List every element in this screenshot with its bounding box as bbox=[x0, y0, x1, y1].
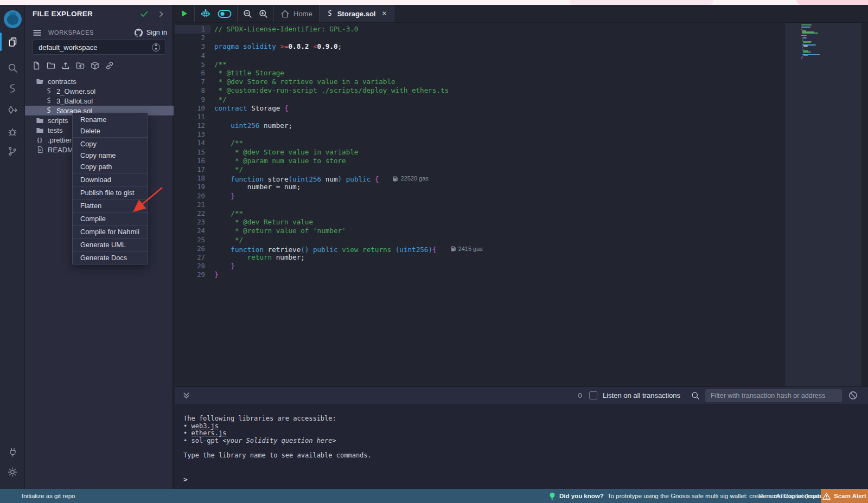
run-script-button[interactable] bbox=[180, 9, 189, 18]
menu-item-rename[interactable]: Rename bbox=[73, 114, 148, 125]
hamburger-menu-icon[interactable] bbox=[33, 28, 42, 37]
menu-item-download[interactable]: Download bbox=[73, 174, 148, 185]
menu-item-generate-docs[interactable]: Generate Docs bbox=[73, 252, 148, 263]
rail-settings-icon[interactable] bbox=[0, 462, 25, 482]
terminal-line: Type the library name to see available c… bbox=[183, 452, 372, 460]
tree-item-label: tests bbox=[48, 126, 62, 134]
scam-alert-button[interactable]: Scam Alert bbox=[821, 489, 868, 503]
minimap[interactable] bbox=[801, 24, 827, 59]
tree-item-3-ballot-sol[interactable]: 3_Ballot.sol bbox=[25, 96, 174, 106]
rail-deploy-run-icon[interactable] bbox=[0, 100, 25, 120]
code-line-8: 8 * @custom:dev-run-script ./scripts/dep… bbox=[175, 86, 785, 95]
remix-ide-window: FILE EXPLORER WORKSPACES Sign in default… bbox=[0, 0, 868, 503]
menu-item-copy-path[interactable]: Copy path bbox=[73, 161, 148, 172]
code-line-21: 21 bbox=[175, 201, 785, 209]
ai-copilot-robot-icon[interactable] bbox=[200, 9, 211, 18]
code-area[interactable]: 1// SPDX-License-Identifier: GPL-3.023pr… bbox=[175, 23, 785, 386]
minimap-line bbox=[803, 51, 811, 53]
menu-item-compile[interactable]: Compile bbox=[73, 213, 148, 224]
rail-plugin-manager-icon[interactable] bbox=[0, 442, 25, 462]
minimap-line bbox=[803, 42, 811, 43]
library-link[interactable]: web3.js bbox=[191, 422, 219, 430]
chevron-right-icon[interactable] bbox=[157, 10, 165, 18]
code-line-9: 9 */ bbox=[175, 95, 785, 104]
icon-rail bbox=[0, 5, 25, 489]
tab-storage-sol[interactable]: Storage.sol ✕ bbox=[320, 5, 394, 22]
menu-item-copy[interactable]: Copy bbox=[73, 138, 148, 150]
braces-icon: {} bbox=[36, 136, 44, 144]
panel-title: FILE EXPLORER bbox=[33, 10, 93, 18]
tree-item-2-owner-sol[interactable]: 2_Owner.sol bbox=[25, 86, 174, 96]
zoom-in-button[interactable] bbox=[259, 9, 268, 18]
code-line-15: 15 * @dev Store value in variable bbox=[175, 148, 785, 157]
terminal-collapse-icon[interactable] bbox=[182, 391, 190, 399]
code-line-1: 1// SPDX-License-Identifier: GPL-3.0 bbox=[175, 25, 785, 34]
close-tab-icon[interactable]: ✕ bbox=[381, 10, 387, 17]
code-line-2: 2 bbox=[175, 34, 785, 42]
code-line-5: 5/** bbox=[175, 60, 785, 69]
menu-item-publish-file-to-gist[interactable]: Publish file to gist bbox=[73, 187, 148, 198]
line-number: 20 bbox=[175, 192, 205, 201]
sign-in-button[interactable]: Sign in bbox=[134, 28, 167, 37]
line-number: 2 bbox=[175, 34, 205, 42]
code-line-4: 4 bbox=[175, 51, 785, 60]
rail-debugger-icon[interactable] bbox=[0, 121, 25, 142]
rail-git-icon[interactable] bbox=[0, 141, 25, 162]
menu-item-copy-name[interactable]: Copy name bbox=[73, 150, 148, 161]
code-line-7: 7 * @dev Store & retrieve value in a var… bbox=[175, 78, 785, 86]
terminal-line: The following libraries are accessible: bbox=[183, 415, 372, 423]
listen-transactions-checkbox[interactable] bbox=[589, 391, 597, 399]
tree-item-contracts[interactable]: contracts bbox=[25, 76, 174, 86]
line-number: 11 bbox=[175, 113, 205, 121]
line-number: 7 bbox=[175, 78, 205, 86]
code-line-11: 11 bbox=[175, 113, 785, 121]
line-number: 27 bbox=[175, 253, 205, 262]
menu-item-compile-for-nahmii[interactable]: Compile for Nahmii bbox=[73, 226, 148, 237]
upload-folder-icon[interactable] bbox=[75, 61, 85, 70]
code-line-28: 28 } bbox=[175, 262, 785, 270]
line-number: 15 bbox=[175, 148, 205, 157]
upload-file-icon[interactable] bbox=[61, 61, 70, 70]
menu-divider bbox=[73, 186, 148, 186]
explorer-toolbar bbox=[31, 61, 114, 70]
line-number: 17 bbox=[175, 165, 205, 174]
terminal-prompt[interactable]: > bbox=[183, 475, 188, 483]
menu-item-generate-uml[interactable]: Generate UML bbox=[73, 239, 148, 250]
library-link[interactable]: ethers.js bbox=[191, 429, 226, 437]
terminal-output: The following libraries are accessible:•… bbox=[175, 404, 868, 489]
link-icon[interactable] bbox=[105, 61, 114, 70]
line-number: 26 bbox=[175, 244, 205, 253]
check-icon bbox=[140, 10, 149, 18]
folder-icon bbox=[36, 117, 44, 125]
new-folder-icon[interactable] bbox=[46, 61, 55, 70]
code-line-18: 18 function store(uint256 num) public {2… bbox=[175, 174, 785, 183]
terminal-search-icon[interactable] bbox=[691, 391, 700, 400]
status-bar: Initialize as git repo Did you know? To … bbox=[0, 489, 868, 503]
line-number: 5 bbox=[175, 60, 205, 69]
code-line-13: 13 bbox=[175, 130, 785, 139]
zoom-out-button[interactable] bbox=[243, 9, 252, 18]
line-number: 14 bbox=[175, 139, 205, 147]
menu-item-flatten[interactable]: Flatten bbox=[73, 200, 148, 211]
line-number: 16 bbox=[175, 157, 205, 165]
workspaces-label: WORKSPACES bbox=[48, 29, 94, 36]
select-caret-icon: ▲▼ bbox=[152, 43, 160, 51]
line-number: 12 bbox=[175, 121, 205, 130]
menu-divider bbox=[73, 225, 148, 225]
copilot-toggle[interactable] bbox=[218, 9, 232, 18]
menu-item-delete[interactable]: Delete bbox=[73, 125, 148, 137]
minimap-zone[interactable] bbox=[785, 23, 861, 386]
clear-console-icon[interactable] bbox=[848, 391, 858, 400]
workspace-select[interactable]: default_workspace ▲▼ bbox=[33, 40, 166, 55]
tab-home[interactable]: Home bbox=[274, 5, 320, 22]
workspace-cube-icon[interactable] bbox=[90, 61, 99, 70]
init-git-repo-button[interactable]: Initialize as git repo bbox=[22, 493, 75, 499]
new-file-icon[interactable] bbox=[31, 61, 41, 70]
transaction-filter-input[interactable] bbox=[705, 389, 842, 402]
rail-file-explorer-icon[interactable] bbox=[0, 31, 25, 52]
tree-item-label: scripts bbox=[48, 117, 68, 125]
rail-solidity-compiler-icon[interactable] bbox=[0, 78, 25, 99]
minimap-line bbox=[801, 35, 807, 36]
minimap-line bbox=[803, 41, 812, 42]
rail-search-icon[interactable] bbox=[0, 57, 25, 78]
